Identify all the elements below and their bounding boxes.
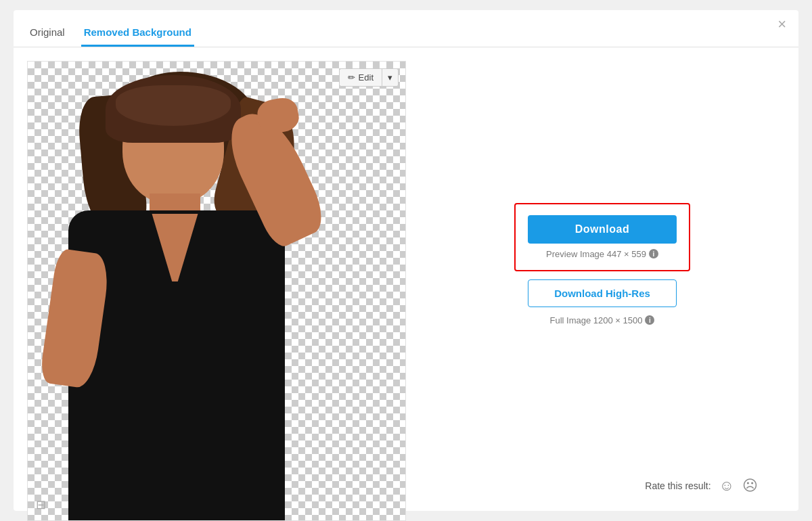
bookmark-icon: ⊟ (36, 497, 46, 512)
download-button[interactable]: Download (528, 215, 677, 244)
download-highres-button[interactable]: Download High-Res (528, 279, 677, 307)
preview-text: Preview Image 447 × 559 (546, 249, 646, 259)
download-highlight-box: Download Preview Image 447 × 559 i (514, 203, 690, 271)
edit-button[interactable]: ✏ Edit (339, 68, 382, 87)
sad-icon[interactable]: ☹ (742, 477, 758, 495)
right-panel: Download Preview Image 447 × 559 i Downl… (420, 61, 785, 521)
preview-label: Preview Image 447 × 559 i (546, 249, 658, 259)
image-panel: ✏ Edit ▾ ⊟ (27, 61, 406, 521)
tab-removed-background[interactable]: Removed Background (81, 20, 194, 47)
fullimage-info-icon[interactable]: i (645, 315, 654, 325)
close-button[interactable]: × (777, 17, 786, 32)
edit-dropdown-button[interactable]: ▾ (382, 68, 399, 87)
modal-body: ✏ Edit ▾ ⊟ Download Preview Image 447 × … (14, 47, 798, 521)
tab-original[interactable]: Original (27, 20, 68, 47)
rate-label: Rate this result: (645, 480, 710, 491)
rate-row: Rate this result: ☺ ☹ (645, 477, 758, 495)
happy-icon[interactable]: ☺ (719, 477, 734, 495)
fullimage-label: Full Image 1200 × 1500 i (550, 315, 655, 325)
image-preview-area: ✏ Edit ▾ ⊟ (27, 61, 406, 521)
modal-header: Original Removed Background × (14, 10, 798, 47)
pencil-icon: ✏ (348, 72, 355, 83)
edit-button-group: ✏ Edit ▾ (339, 68, 399, 87)
preview-info-icon[interactable]: i (649, 249, 658, 258)
edit-button-label: Edit (359, 72, 374, 83)
modal-container: Original Removed Background × (14, 10, 798, 511)
fullimage-text: Full Image 1200 × 1500 (550, 315, 643, 325)
